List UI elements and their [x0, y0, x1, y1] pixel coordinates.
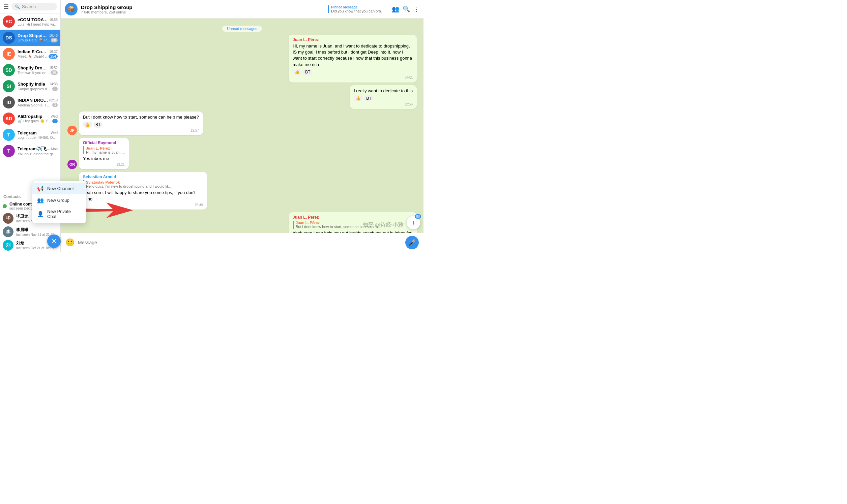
chat-content: Shopify Dropshipping Knowledge ...15:52T…	[18, 65, 58, 75]
chat-content: Telegram✈️飞机群发/群组拉人/群...MonYixuan z join…	[18, 146, 58, 156]
search-box[interactable]: 🔍 Search	[12, 3, 57, 11]
chat-avatar: DS	[3, 32, 15, 44]
chat-item-telegram-group[interactable]: TTelegram✈️飞机群发/群组拉人/群...MonYixuan z joi…	[0, 143, 60, 159]
chat-preview: 🛒 Hey guys 👋 You can book a free m...	[18, 119, 52, 123]
menu-item-new-channel[interactable]: 📢New Channel	[32, 183, 86, 194]
arrow-indicator	[83, 202, 133, 220]
message-bubble: Juan L. PérezHi, my name is Juan, and i …	[289, 35, 417, 83]
reaction: BT	[93, 122, 103, 128]
chat-badge: 88	[51, 38, 58, 42]
new-group-icon: 👥	[37, 197, 44, 203]
context-menu-popup: 📢New Channel👥New Group👤New Private Chat	[32, 181, 86, 223]
chat-preview: Meet: 🦌 DEER HEAD MULTIPURPOS...	[18, 54, 49, 59]
search-label: Search	[22, 4, 36, 9]
reply-text: Hello guys, I'm new to dropshipping and …	[86, 184, 174, 188]
chat-preview: Tomiwa: If you need any recommenda...	[18, 71, 51, 75]
new-private-chat-icon: 👤	[37, 211, 44, 217]
menu-item-new-group[interactable]: 👥New Group	[32, 194, 86, 206]
chat-topbar: 📦 Drop Shipping Group 7 048 members, 258…	[61, 0, 424, 19]
chat-avatar: T	[3, 129, 15, 141]
chat-content: Indian E-Commerce Wholsaler B2...16:37Me…	[18, 49, 58, 59]
chat-time: Wed	[51, 114, 58, 118]
chat-name: AliDropship	[18, 114, 42, 119]
chat-preview: Adelina Sophia: There's this mining plat…	[18, 103, 52, 107]
message-avatar: OR	[67, 160, 77, 169]
chat-avatar: T	[3, 145, 15, 157]
chat-item-shopify-dropship[interactable]: SDShopify Dropshipping Knowledge ...15:5…	[0, 62, 60, 78]
scroll-down-icon: ↓	[412, 220, 415, 226]
group-avatar: 📦	[65, 3, 77, 16]
chat-name: Shopify Dropshipping Knowledge ...	[18, 65, 49, 70]
contact-name: 李晨曦	[16, 227, 54, 233]
new-chat-fab[interactable]: ✕	[47, 234, 61, 248]
message-text: Yeah sure I can help you out buddy, reac…	[293, 230, 413, 233]
sidebar: ☰ 🔍 Search ECeCOM TODAY Ecommerce | ENG …	[0, 0, 61, 252]
reply-text: Hi, my name is Juan, ...	[86, 150, 125, 154]
chat-badge: 26	[51, 70, 58, 75]
pinned-message[interactable]: Pinned Message Did you know that you can…	[328, 5, 385, 13]
pinned-preview: Did you know that you can promote ...	[331, 9, 385, 13]
reply-author: Sviatoslav Polenok	[86, 180, 203, 184]
chat-preview: Sanjay graphics designer full time freel…	[18, 87, 52, 91]
chat-item-ecom-today[interactable]: ECeCOM TODAY Ecommerce | ENG C...16:55Lu…	[0, 14, 60, 30]
chat-item-alidropship[interactable]: ADAliDropshipWed🛒 Hey guys 👋 You can boo…	[0, 110, 60, 127]
chat-preview: Group Help: 📦 Please Follow The Gro...	[18, 38, 51, 42]
chat-content: Drop Shipping Group16:46Group Help: 📦 Pl…	[18, 33, 58, 42]
top-actions: 👥 🔍 ⋮	[392, 5, 419, 13]
message-row: Juan L. PérezHi, my name is Juan, and i …	[67, 35, 417, 83]
chat-time: 16:55	[49, 18, 58, 21]
chat-time: Mon	[51, 147, 58, 151]
context-menu: 📢New Channel👥New Group👤New Private Chat	[32, 181, 86, 223]
chat-content: AliDropshipWed🛒 Hey guys 👋 You can book …	[18, 114, 58, 123]
message-row: JPBut i dont know how to start, someone …	[67, 111, 417, 135]
chat-preview: Yixuan z joined the group via invite lin…	[18, 152, 58, 156]
chat-badge: 1	[52, 119, 58, 123]
unread-scroll-badge: 88	[415, 214, 421, 219]
message-avatar: JP	[67, 126, 77, 135]
new-channel-label: New Channel	[47, 186, 73, 191]
scroll-down-btn[interactable]: ↓ 88	[407, 216, 420, 230]
reply-author: Juan L. Pérez	[86, 146, 125, 150]
chat-avatar: IE	[3, 48, 15, 60]
chat-avatar: SD	[3, 64, 15, 76]
chat-time: 16:37	[49, 50, 58, 54]
contact-avatar: 刘	[3, 240, 14, 251]
pinned-label: Pinned Message	[331, 5, 385, 9]
menu-icon[interactable]: ☰	[3, 3, 9, 11]
reaction: BT	[303, 69, 312, 75]
group-info: Drop Shipping Group 7 048 members, 258 o…	[81, 4, 325, 14]
chat-name: Telegram✈️飞机群发/群组拉人/群...	[18, 146, 51, 152]
message-time: 12:56	[354, 103, 413, 106]
chat-item-shopify-india[interactable]: SIShopify India14:33Sanjay graphics desi…	[0, 78, 60, 94]
sender-name: Sebastian Arnold	[83, 175, 203, 179]
chat-name: INDIAN DROPSHIPPING🚀💰	[18, 98, 49, 103]
chat-item-telegram[interactable]: TTelegramWedLogin code: 49450. Do not gi…	[0, 127, 60, 143]
menu-item-new-private-chat[interactable]: 👤New Private Chat	[32, 206, 86, 222]
message-row: I really want to dedicate to this👍BT12:5…	[67, 85, 417, 109]
message-text: Yes inbox me	[83, 156, 125, 162]
chat-badge: 1	[52, 87, 58, 91]
contact-avatar: 李	[3, 227, 14, 237]
chat-time: 15:52	[49, 66, 58, 70]
new-private-chat-label: New Private Chat	[47, 209, 81, 219]
more-options-icon[interactable]: ⋮	[413, 5, 419, 13]
chat-item-indian-ecom[interactable]: IEIndian E-Commerce Wholsaler B2...16:37…	[0, 46, 60, 62]
chat-time: Wed	[51, 131, 58, 135]
mic-button[interactable]: 🎤	[405, 236, 419, 249]
chat-avatar: EC	[3, 16, 15, 28]
chat-item-indian-dropship[interactable]: IDINDIAN DROPSHIPPING🚀💰02:19Adelina Soph…	[0, 94, 60, 110]
chat-item-drop-shipping[interactable]: DSDrop Shipping Group16:46Group Help: 📦 …	[0, 30, 60, 46]
chat-badge: 3	[52, 103, 58, 107]
new-channel-icon: 📢	[37, 185, 44, 192]
emoji-button[interactable]: 🙂	[65, 238, 74, 247]
group-name: Drop Shipping Group	[81, 4, 325, 10]
chat-name: Shopify India	[18, 82, 45, 87]
message-input[interactable]	[78, 240, 402, 245]
message-time: 12:56	[293, 76, 413, 80]
chat-content: eCOM TODAY Ecommerce | ENG C...16:55Luis…	[18, 17, 58, 26]
members-icon[interactable]: 👥	[392, 5, 399, 13]
message-row: OROfficial RaymondJuan L. PérezHi, my na…	[67, 138, 417, 169]
chat-name: Telegram	[18, 130, 37, 136]
search-chat-icon[interactable]: 🔍	[402, 5, 410, 13]
message-bubble: Official RaymondJuan L. PérezHi, my name…	[79, 138, 129, 169]
